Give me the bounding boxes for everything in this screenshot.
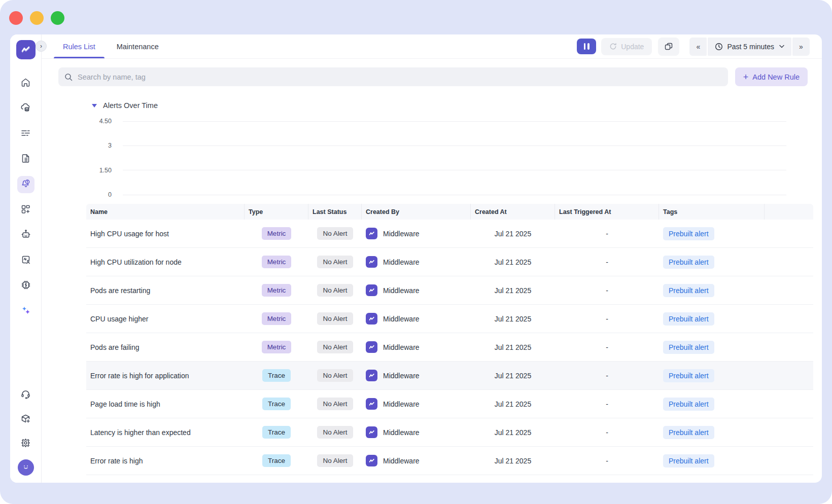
sidebar-item-rum[interactable]	[17, 252, 34, 269]
type-badge: Metric	[262, 341, 292, 353]
table-row[interactable]: Pods are restartingMetricNo AlertMiddlew…	[86, 276, 813, 305]
copy-icon	[665, 43, 673, 51]
sidebar-item-logs[interactable]	[17, 125, 34, 142]
column-header-last-status: Last Status	[308, 204, 362, 220]
logs-icon	[20, 128, 31, 140]
tab-maintenance[interactable]: Maintenance	[115, 34, 161, 58]
sidebar-item-home[interactable]	[17, 75, 34, 92]
table-row[interactable]: Page load time is highTraceNo AlertMiddl…	[86, 390, 813, 418]
table-row[interactable]: Error rate is highTraceNo AlertMiddlewar…	[86, 447, 813, 475]
last-triggered-at: -	[555, 258, 659, 266]
prebuilt-alert-tag[interactable]: Prebuilt alert	[663, 284, 714, 297]
middleware-logo[interactable]	[16, 40, 36, 59]
sidebar-item-dashboard-builder[interactable]	[17, 201, 34, 219]
search-box[interactable]	[58, 67, 728, 86]
minimize-window-button[interactable]	[30, 11, 44, 25]
rule-name: High CPU usage for host	[86, 230, 245, 238]
prebuilt-alert-tag[interactable]: Prebuilt alert	[663, 454, 714, 467]
collapse-triangle-icon[interactable]	[92, 104, 97, 107]
copy-button[interactable]	[658, 38, 679, 56]
ai-sparkle-icon	[20, 305, 31, 318]
tab-rules-list[interactable]: Rules List	[61, 34, 97, 58]
created-at: Jul 21 2025	[471, 400, 555, 408]
prebuilt-alert-tag[interactable]: Prebuilt alert	[663, 312, 714, 326]
maximize-window-button[interactable]	[51, 11, 64, 25]
created-by: Middleware	[383, 428, 420, 437]
add-new-rule-button[interactable]: + Add New Rule	[735, 67, 808, 86]
table-row[interactable]: Error rate is high for applicationTraceN…	[86, 362, 813, 390]
created-by: Middleware	[383, 372, 420, 380]
user-avatar[interactable]	[18, 459, 34, 476]
sidebar-item-infrastructure[interactable]	[17, 100, 34, 117]
prebuilt-alert-tag[interactable]: Prebuilt alert	[663, 369, 714, 382]
rule-name: Pods are failing	[86, 343, 245, 351]
prebuilt-alert-tag[interactable]: Prebuilt alert	[663, 341, 714, 354]
table-header-row: NameTypeLast StatusCreated ByCreated AtL…	[86, 204, 813, 220]
user-avatar	[21, 462, 30, 473]
table-row[interactable]: Latency is higher than expectedTraceNo A…	[86, 418, 813, 447]
alerts-over-time-chart: 4.5031.500	[85, 118, 786, 198]
sidebar-item-ai-sparkle[interactable]	[17, 303, 34, 320]
sidebar-item-processor[interactable]	[17, 277, 34, 295]
bot-icon	[20, 229, 31, 242]
table-row[interactable]: CPU usage higherMetricNo AlertMiddleware…	[86, 305, 813, 333]
y-axis-tick-label: 0	[85, 191, 123, 198]
middleware-logo-icon	[20, 44, 31, 55]
status-badge: No Alert	[317, 369, 353, 382]
close-window-button[interactable]	[9, 11, 23, 25]
sidebar-item-package[interactable]	[17, 411, 34, 428]
status-badge: No Alert	[317, 426, 353, 439]
chevron-down-icon	[779, 45, 784, 48]
last-triggered-at: -	[555, 428, 659, 437]
pause-button[interactable]	[577, 39, 596, 54]
prebuilt-alert-tag[interactable]: Prebuilt alert	[663, 398, 714, 411]
window-traffic-lights	[9, 11, 64, 25]
type-badge: Trace	[262, 454, 291, 467]
alerts-over-time-section: Alerts Over Time	[42, 94, 822, 113]
column-header-last-triggered-at: Last Triggered At	[555, 204, 659, 220]
search-input[interactable]	[78, 73, 722, 81]
rule-name: Page load time is high	[86, 400, 245, 408]
prebuilt-alert-tag[interactable]: Prebuilt alert	[663, 227, 714, 240]
prebuilt-alert-tag[interactable]: Prebuilt alert	[663, 256, 714, 269]
last-triggered-at: -	[555, 372, 659, 380]
time-forward-button[interactable]: »	[792, 38, 810, 56]
y-axis-tick-label: 4.50	[85, 118, 123, 125]
sidebar-item-alerts-bell[interactable]	[17, 176, 34, 193]
time-back-button[interactable]: «	[689, 38, 707, 56]
sidebar-item-document[interactable]	[17, 151, 34, 168]
middleware-creator-icon	[366, 256, 377, 268]
time-range-selector[interactable]: Past 5 minutes	[708, 38, 791, 56]
type-badge: Metric	[262, 256, 292, 268]
home-icon	[20, 77, 31, 90]
status-badge: No Alert	[317, 284, 353, 297]
sidebar-item-bot[interactable]	[17, 227, 34, 244]
status-badge: No Alert	[317, 454, 353, 467]
column-header-tags: Tags	[659, 204, 765, 220]
document-icon	[21, 153, 31, 166]
plus-icon: +	[743, 73, 749, 82]
section-title: Alerts Over Time	[103, 101, 158, 110]
last-triggered-at: -	[555, 286, 659, 295]
column-header-empty	[765, 204, 813, 220]
sidebar: ›	[10, 34, 42, 483]
table-row[interactable]: High CPU usage for hostMetricNo AlertMid…	[86, 220, 813, 248]
sidebar-item-settings-gear[interactable]	[17, 435, 34, 452]
created-by: Middleware	[383, 230, 420, 238]
created-at: Jul 21 2025	[471, 343, 555, 351]
middleware-creator-icon	[366, 426, 377, 438]
prebuilt-alert-tag[interactable]: Prebuilt alert	[663, 426, 714, 439]
dashboard-builder-icon	[20, 204, 31, 217]
processor-icon	[20, 279, 31, 293]
type-badge: Trace	[262, 369, 291, 382]
sidebar-expand-button[interactable]: ›	[36, 41, 47, 52]
pause-icon	[584, 43, 586, 50]
table-row[interactable]: High CPU utilization for nodeMetricNo Al…	[86, 248, 813, 276]
main-area: Rules List Maintenance Update	[42, 34, 822, 483]
gridline	[123, 195, 786, 195]
sidebar-item-support-headset[interactable]	[17, 386, 34, 404]
update-button[interactable]: Update	[601, 38, 652, 55]
time-range-group: « Past 5 minutes »	[689, 38, 810, 56]
table-row[interactable]: Pods are failingMetricNo AlertMiddleware…	[86, 333, 813, 362]
topbar-controls: Update «	[577, 38, 810, 56]
